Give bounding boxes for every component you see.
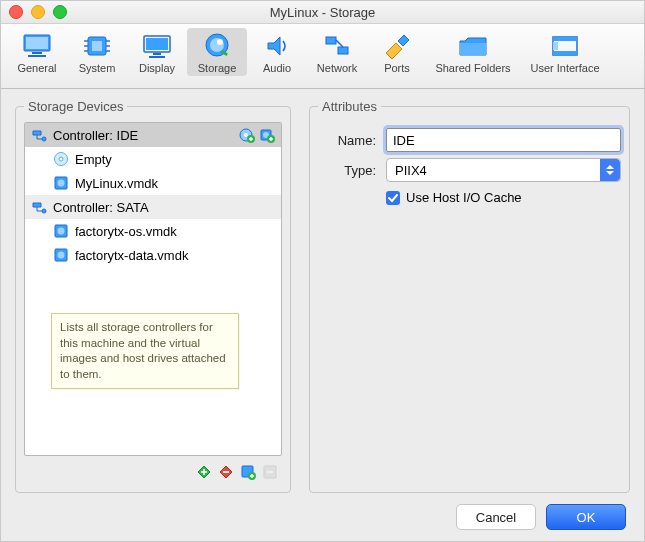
add-optical-drive-button[interactable] — [239, 127, 255, 143]
chip-icon — [82, 30, 112, 62]
tab-label: General — [17, 62, 56, 74]
hard-drive-icon — [202, 30, 232, 62]
network-icon — [322, 30, 352, 62]
tab-label: Display — [139, 62, 175, 74]
controller-ide[interactable]: Controller: IDE — [25, 123, 281, 147]
svg-line-23 — [336, 40, 343, 47]
attributes-title: Attributes — [318, 99, 381, 114]
disk-image-icon — [53, 247, 69, 263]
remove-controller-button[interactable] — [218, 464, 234, 480]
window-layout-icon — [548, 30, 582, 62]
svg-rect-5 — [92, 41, 102, 51]
storage-tree[interactable]: Controller: IDE — [24, 122, 282, 456]
svg-point-39 — [59, 157, 63, 161]
tab-user-interface[interactable]: User Interface — [519, 28, 611, 76]
tab-shared-folders[interactable]: Shared Folders — [427, 28, 519, 76]
optical-disk-icon — [53, 151, 69, 167]
minimize-window-button[interactable] — [31, 5, 45, 19]
body: Storage Devices Controller: IDE — [1, 89, 644, 493]
svg-point-46 — [58, 252, 65, 259]
name-row: Name: — [318, 128, 621, 152]
chevron-up-down-icon — [600, 159, 620, 181]
add-hard-disk-button[interactable] — [259, 127, 275, 143]
svg-marker-53 — [606, 171, 614, 175]
storage-devices-panel-wrap: Storage Devices Controller: IDE — [15, 99, 291, 493]
titlebar: MyLinux - Storage — [1, 1, 644, 24]
tab-audio[interactable]: Audio — [247, 28, 307, 76]
controller-icon — [31, 127, 47, 143]
host-io-label: Use Host I/O Cache — [406, 190, 522, 205]
close-window-button[interactable] — [9, 5, 23, 19]
svg-rect-1 — [26, 37, 48, 49]
name-input[interactable] — [386, 128, 621, 152]
svg-marker-20 — [268, 37, 280, 55]
add-attachment-button[interactable] — [240, 464, 256, 480]
svg-point-42 — [42, 209, 46, 213]
tab-network[interactable]: Network — [307, 28, 367, 76]
tab-label: Storage — [198, 62, 237, 74]
tab-label: Ports — [384, 62, 410, 74]
svg-rect-13 — [146, 38, 168, 50]
tab-label: Shared Folders — [435, 62, 510, 74]
tab-general[interactable]: General — [7, 28, 67, 76]
type-select[interactable]: PIIX4 — [386, 158, 621, 182]
add-controller-button[interactable] — [196, 464, 212, 480]
settings-window: MyLinux - Storage General System Display… — [0, 0, 645, 542]
monitor-icon — [22, 30, 52, 62]
svg-rect-2 — [32, 52, 42, 54]
svg-rect-22 — [338, 47, 348, 54]
tab-ports[interactable]: Ports — [367, 28, 427, 76]
svg-marker-25 — [398, 35, 409, 46]
tree-item-empty[interactable]: Empty — [25, 147, 281, 171]
svg-rect-29 — [553, 51, 577, 55]
storage-actions — [24, 456, 282, 484]
svg-marker-52 — [606, 165, 614, 169]
tree-item-factorytx-data[interactable]: factorytx-data.vmdk — [25, 243, 281, 267]
type-row: Type: PIIX4 — [318, 158, 621, 182]
tab-system[interactable]: System — [67, 28, 127, 76]
tab-storage[interactable]: Storage — [187, 28, 247, 76]
tree-label: factorytx-os.vmdk — [75, 224, 177, 239]
svg-rect-28 — [553, 37, 577, 41]
tab-label: User Interface — [530, 62, 599, 74]
type-value: PIIX4 — [395, 163, 427, 178]
tree-item-factorytx-os[interactable]: factorytx-os.vmdk — [25, 219, 281, 243]
svg-rect-26 — [460, 43, 486, 55]
svg-rect-21 — [326, 37, 336, 44]
svg-rect-3 — [28, 55, 46, 57]
tab-display[interactable]: Display — [127, 28, 187, 76]
svg-rect-15 — [149, 56, 165, 58]
disk-image-icon — [53, 175, 69, 191]
tree-label: Controller: IDE — [53, 128, 138, 143]
tab-label: Audio — [263, 62, 291, 74]
tab-label: System — [79, 62, 116, 74]
zoom-window-button[interactable] — [53, 5, 67, 19]
attributes-panel: Attributes Name: Type: PIIX4 — [309, 99, 630, 493]
storage-tree-tooltip: Lists all storage controllers for this m… — [51, 313, 239, 389]
cancel-button[interactable]: Cancel — [456, 504, 536, 530]
ports-icon — [382, 30, 412, 62]
window-controls — [9, 5, 67, 19]
svg-rect-14 — [153, 53, 161, 55]
tab-label: Network — [317, 62, 357, 74]
svg-rect-30 — [553, 42, 558, 50]
type-label: Type: — [318, 163, 376, 178]
svg-point-31 — [42, 137, 46, 141]
button-label: Cancel — [476, 510, 516, 525]
tree-label: factorytx-data.vmdk — [75, 248, 188, 263]
ok-button[interactable]: OK — [546, 504, 626, 530]
display-icon — [142, 30, 172, 62]
dialog-buttons: Cancel OK — [1, 493, 644, 541]
svg-point-18 — [217, 39, 223, 45]
attributes-panel-wrap: Attributes Name: Type: PIIX4 — [309, 99, 630, 493]
controller-sata[interactable]: Controller: SATA — [25, 195, 281, 219]
tree-label: Controller: SATA — [53, 200, 149, 215]
remove-attachment-button[interactable] — [262, 464, 278, 480]
button-label: OK — [577, 510, 596, 525]
host-io-checkbox[interactable] — [386, 191, 400, 205]
storage-devices-panel: Storage Devices Controller: IDE — [15, 99, 291, 493]
folder-icon — [456, 30, 490, 62]
tree-item-mylinux-vmdk[interactable]: MyLinux.vmdk — [25, 171, 281, 195]
svg-marker-24 — [386, 43, 402, 59]
storage-devices-title: Storage Devices — [24, 99, 127, 114]
